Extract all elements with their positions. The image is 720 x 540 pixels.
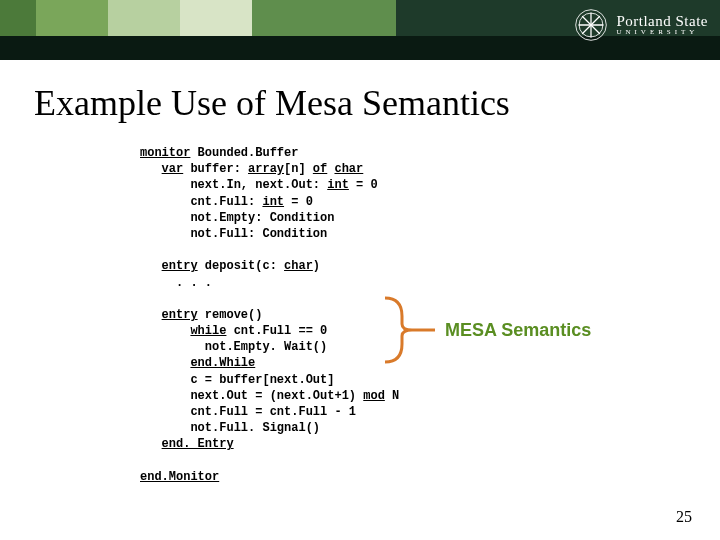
callout-label: MESA Semantics <box>445 320 591 341</box>
code-block: monitor Bounded.Buffer var buffer: array… <box>140 145 570 485</box>
callout-bracket-icon <box>380 290 440 370</box>
university-name: Portland State <box>616 14 708 29</box>
header-banner: Portland State UNIVERSITY <box>0 0 720 60</box>
page-number: 25 <box>676 508 692 526</box>
university-logo: Portland State UNIVERSITY <box>574 8 708 42</box>
slide-title: Example Use of Mesa Semantics <box>34 82 510 124</box>
university-subtitle: UNIVERSITY <box>616 29 708 36</box>
snowflake-seal-icon <box>574 8 608 42</box>
